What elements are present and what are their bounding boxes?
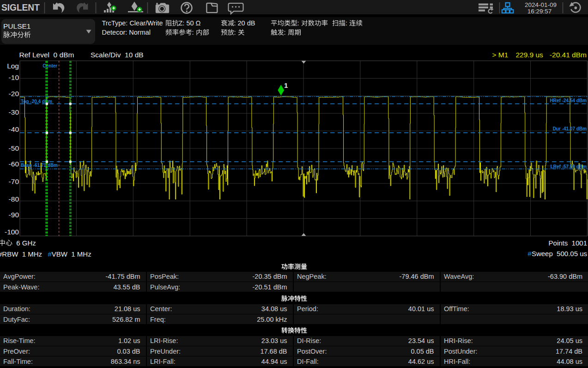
svg-text:Dur -41.07 dBm: Dur -41.07 dBm — [553, 126, 587, 131]
svg-text:1: 1 — [284, 81, 288, 89]
svg-text:-70: -70 — [9, 178, 19, 185]
svg-text:-100: -100 — [5, 228, 19, 236]
svg-text:Log: Log — [7, 62, 19, 70]
svg-text:-30: -30 — [9, 108, 19, 116]
svg-text:-40: -40 — [9, 125, 19, 133]
svg-text:-90: -90 — [9, 211, 19, 219]
svg-text:LRef -57.59 dBm: LRef -57.59 dBm — [551, 164, 587, 169]
svg-text:-80: -80 — [9, 195, 19, 203]
svg-text:-20: -20 — [9, 90, 19, 98]
svg-text:HRef -24.54 dBm: HRef -24.54 dBm — [550, 98, 587, 103]
svg-text:-10: -10 — [9, 74, 19, 81]
svg-text:-50: -50 — [9, 144, 19, 152]
svg-text:Center: Center — [43, 63, 58, 68]
svg-text:Base -61.71 dBm: Base -61.71 dBm — [21, 163, 58, 168]
svg-text:-60: -60 — [9, 160, 19, 168]
